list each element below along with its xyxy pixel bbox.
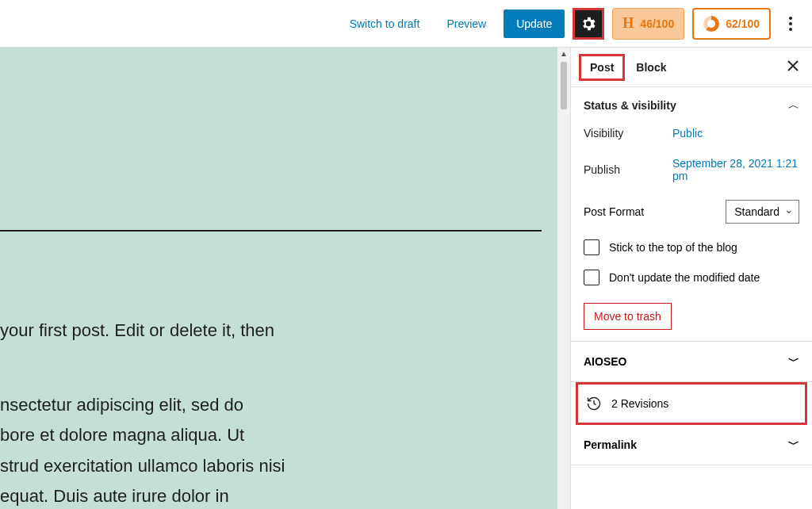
revisions-button[interactable]: 2 Revisions: [576, 382, 807, 425]
body-line: equat. Duis aute irure dolor in: [0, 481, 557, 509]
status-visibility-panel: Status & visibility ︿ Visibility Public …: [571, 87, 812, 342]
visibility-row: Visibility Public: [584, 127, 799, 140]
dont-update-date-row[interactable]: Don't update the modified date: [584, 270, 799, 285]
permalink-panel-toggle[interactable]: Permalink ﹀: [571, 425, 812, 465]
canvas-scrollbar[interactable]: ▲: [557, 48, 570, 509]
separator-block[interactable]: [0, 230, 542, 232]
update-button[interactable]: Update: [504, 10, 565, 38]
headline-h-icon: H: [622, 15, 634, 32]
post-format-label: Post Format: [584, 205, 644, 218]
chevron-down-icon: ﹀: [788, 438, 799, 452]
body-line: strud exercitation ullamco laboris nisi: [0, 451, 557, 482]
status-visibility-toggle[interactable]: Status & visibility ︿: [584, 98, 799, 113]
close-sidebar-button[interactable]: [782, 58, 804, 76]
workspace: your first post. Edit or delete it, then…: [0, 48, 812, 509]
aioseo-title: AIOSEO: [584, 355, 626, 368]
publish-row: Publish September 28, 2021 1:21 pm: [584, 157, 799, 182]
scrollbar-thumb[interactable]: [561, 62, 567, 109]
publish-date-link[interactable]: September 28, 2021 1:21 pm: [672, 157, 799, 182]
aioseo-panel-toggle[interactable]: AIOSEO ﹀: [571, 342, 812, 382]
more-options-button[interactable]: [779, 8, 802, 40]
post-format-select[interactable]: Standard: [726, 200, 799, 224]
sidebar-tabs: Post Block: [571, 48, 812, 87]
visibility-value-link[interactable]: Public: [672, 127, 703, 140]
post-body-text[interactable]: nsectetur adipiscing elit, sed do bore e…: [0, 390, 557, 509]
permalink-title: Permalink: [584, 438, 637, 451]
headline-score-value: 46/100: [640, 17, 674, 30]
visibility-label: Visibility: [584, 127, 663, 140]
chevron-up-icon: ︿: [788, 98, 799, 113]
stick-label: Stick to the top of the blog: [609, 241, 737, 254]
seo-donut-icon: [703, 16, 719, 32]
settings-button[interactable]: [573, 8, 604, 40]
stick-checkbox[interactable]: [584, 239, 599, 255]
move-to-trash-button[interactable]: Move to trash: [584, 303, 672, 330]
scroll-up-arrow-icon[interactable]: ▲: [560, 48, 568, 60]
body-line: bore et dolore magna aliqua. Ut: [0, 420, 557, 451]
post-format-row: Post Format Standard: [584, 200, 799, 224]
tab-block[interactable]: Block: [625, 53, 677, 82]
seo-score-value: 62/100: [726, 17, 760, 30]
seo-score-badge[interactable]: 62/100: [692, 8, 771, 40]
gear-icon: [580, 15, 597, 33]
body-line: nsectetur adipiscing elit, sed do: [0, 390, 557, 421]
dont-update-checkbox[interactable]: [584, 270, 599, 285]
status-visibility-title: Status & visibility: [584, 99, 676, 112]
editor-canvas[interactable]: your first post. Edit or delete it, then…: [0, 48, 571, 509]
chevron-down-icon: ﹀: [788, 354, 799, 369]
tab-post[interactable]: Post: [579, 54, 625, 81]
dont-update-label: Don't update the modified date: [609, 271, 760, 284]
revisions-label: 2 Revisions: [611, 397, 668, 410]
stick-to-top-row[interactable]: Stick to the top of the blog: [584, 239, 799, 255]
settings-sidebar: Post Block Status & visibility ︿ Visibil…: [571, 48, 812, 509]
tab-post-label: Post: [590, 61, 614, 74]
post-intro-text[interactable]: your first post. Edit or delete it, then: [0, 315, 557, 346]
headline-score-badge[interactable]: H 46/100: [612, 8, 684, 40]
publish-label: Publish: [584, 163, 663, 176]
editor-topbar: Switch to draft Preview Update H 46/100 …: [0, 0, 812, 48]
switch-to-draft-link[interactable]: Switch to draft: [340, 11, 430, 36]
close-icon: [787, 59, 799, 72]
preview-link[interactable]: Preview: [437, 11, 496, 36]
history-icon: [586, 396, 602, 411]
